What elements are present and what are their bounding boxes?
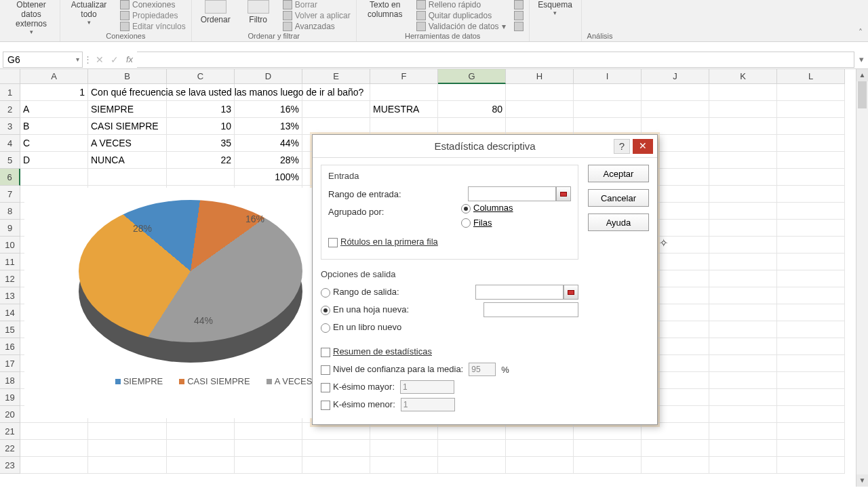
col-header-F[interactable]: F xyxy=(370,69,438,84)
cell-K10[interactable] xyxy=(709,237,777,253)
filter-button[interactable]: Filtro xyxy=(242,0,275,24)
cell-G22[interactable] xyxy=(438,440,506,457)
cell-F1[interactable] xyxy=(370,84,438,101)
accept-button[interactable]: Aceptar xyxy=(588,165,649,182)
cell-I21[interactable] xyxy=(574,423,642,440)
sort-button[interactable]: Ordenar xyxy=(197,0,234,24)
row-header-15[interactable]: 15 xyxy=(0,321,20,338)
cell-K22[interactable] xyxy=(709,440,777,457)
output-range-picker-icon[interactable] xyxy=(564,285,578,300)
col-header-H[interactable]: H xyxy=(506,69,574,84)
cell-A4[interactable]: C xyxy=(20,135,88,152)
row-header-12[interactable]: 12 xyxy=(0,270,20,287)
formula-expand-icon[interactable]: ▾ xyxy=(854,54,868,64)
cell-L6[interactable] xyxy=(777,169,845,186)
row-header-3[interactable]: 3 xyxy=(0,118,20,135)
cell-K13[interactable] xyxy=(709,287,777,304)
cell-L21[interactable] xyxy=(777,423,845,440)
new-sheet-name-field[interactable] xyxy=(484,302,578,317)
cell-I22[interactable] xyxy=(574,440,642,457)
kth-largest-checkbox[interactable]: K-ésimo mayor: xyxy=(321,382,395,392)
cell-K21[interactable] xyxy=(709,423,777,440)
cell-E23[interactable] xyxy=(302,457,370,474)
dialog-help-icon[interactable]: ? xyxy=(614,139,630,154)
output-range-radio[interactable]: Rango de salida: xyxy=(321,287,399,298)
cell-A23[interactable] xyxy=(20,457,88,474)
cell-I23[interactable] xyxy=(574,457,642,474)
cell-D21[interactable] xyxy=(235,423,302,440)
relations-item[interactable] xyxy=(514,22,524,31)
columns-radio[interactable]: Columnas xyxy=(461,203,571,214)
cell-C5[interactable]: 22 xyxy=(167,152,235,169)
row-header-7[interactable]: 7 xyxy=(0,186,20,203)
cell-L14[interactable] xyxy=(777,304,845,321)
cell-K17[interactable] xyxy=(709,355,777,372)
cell-C23[interactable] xyxy=(167,457,235,474)
summary-stats-checkbox[interactable]: Resumen de estadísticas xyxy=(321,346,432,357)
cell-C3[interactable]: 10 xyxy=(167,118,235,135)
cell-D4[interactable]: 44% xyxy=(235,135,302,152)
cell-K6[interactable] xyxy=(709,169,777,186)
cell-H2[interactable] xyxy=(506,101,574,118)
col-header-D[interactable]: D xyxy=(235,69,302,84)
cell-K16[interactable] xyxy=(709,338,777,355)
input-range-field[interactable] xyxy=(468,186,556,201)
formula-input[interactable] xyxy=(137,52,854,68)
kth-smallest-checkbox[interactable]: K-ésimo menor: xyxy=(321,399,395,410)
consolidate-item[interactable] xyxy=(514,0,524,9)
cell-L4[interactable] xyxy=(777,135,845,152)
cell-D6[interactable]: 100% xyxy=(235,169,302,186)
accept-formula-icon[interactable]: ✓ xyxy=(107,54,122,65)
row-header-17[interactable]: 17 xyxy=(0,355,20,372)
cell-A5[interactable]: D xyxy=(20,152,88,169)
collapse-ribbon-icon[interactable]: ˄ xyxy=(859,28,863,37)
cell-B21[interactable] xyxy=(88,423,167,440)
help-button[interactable]: Ayuda xyxy=(588,214,649,231)
cell-K15[interactable] xyxy=(709,321,777,338)
cell-A3[interactable]: B xyxy=(20,118,88,135)
row-header-10[interactable]: 10 xyxy=(0,237,20,253)
row-header-20[interactable]: 20 xyxy=(0,406,20,423)
row-header-21[interactable]: 21 xyxy=(0,423,20,440)
cell-C6[interactable] xyxy=(167,169,235,186)
cell-J23[interactable] xyxy=(642,457,709,474)
cell-H23[interactable] xyxy=(506,457,574,474)
cell-B5[interactable]: NUNCA xyxy=(88,152,167,169)
cell-L9[interactable] xyxy=(777,220,845,237)
cell-D5[interactable]: 28% xyxy=(235,152,302,169)
text-to-columns-button[interactable]: Texto en columnas xyxy=(362,0,408,19)
cell-B4[interactable]: A VECES xyxy=(88,135,167,152)
row-header-5[interactable]: 5 xyxy=(0,152,20,169)
cell-J1[interactable] xyxy=(642,84,709,101)
cell-G3[interactable] xyxy=(438,118,506,135)
cell-K14[interactable] xyxy=(709,304,777,321)
cell-J2[interactable] xyxy=(642,101,709,118)
cell-H3[interactable] xyxy=(506,118,574,135)
cell-L19[interactable] xyxy=(777,389,845,406)
cell-L22[interactable] xyxy=(777,440,845,457)
cell-G21[interactable] xyxy=(438,423,506,440)
cell-K2[interactable] xyxy=(709,101,777,118)
cell-A22[interactable] xyxy=(20,440,88,457)
dialog-close-icon[interactable]: ✕ xyxy=(633,139,653,154)
cancel-button[interactable]: Cancelar xyxy=(588,189,649,207)
col-header-I[interactable]: I xyxy=(574,69,642,84)
select-all-corner[interactable] xyxy=(0,69,20,84)
new-book-radio[interactable]: En un libro nuevo xyxy=(321,322,401,333)
cell-G2[interactable]: 80 xyxy=(438,101,506,118)
new-sheet-radio[interactable]: En una hoja nueva: xyxy=(321,304,409,315)
cell-L11[interactable] xyxy=(777,253,845,270)
cell-L8[interactable] xyxy=(777,203,845,220)
cell-L16[interactable] xyxy=(777,338,845,355)
cell-L13[interactable] xyxy=(777,287,845,304)
row-header-13[interactable]: 13 xyxy=(0,287,20,304)
cell-E2[interactable] xyxy=(302,101,370,118)
scroll-up-icon[interactable]: ▲ xyxy=(856,69,868,81)
cell-J21[interactable] xyxy=(642,423,709,440)
cell-F21[interactable] xyxy=(370,423,438,440)
input-range-picker-icon[interactable] xyxy=(556,186,571,201)
cell-L20[interactable] xyxy=(777,406,845,423)
cell-K7[interactable] xyxy=(709,186,777,203)
col-header-J[interactable]: J xyxy=(642,69,709,84)
flash-fill-item[interactable]: Relleno rápido xyxy=(416,0,506,9)
